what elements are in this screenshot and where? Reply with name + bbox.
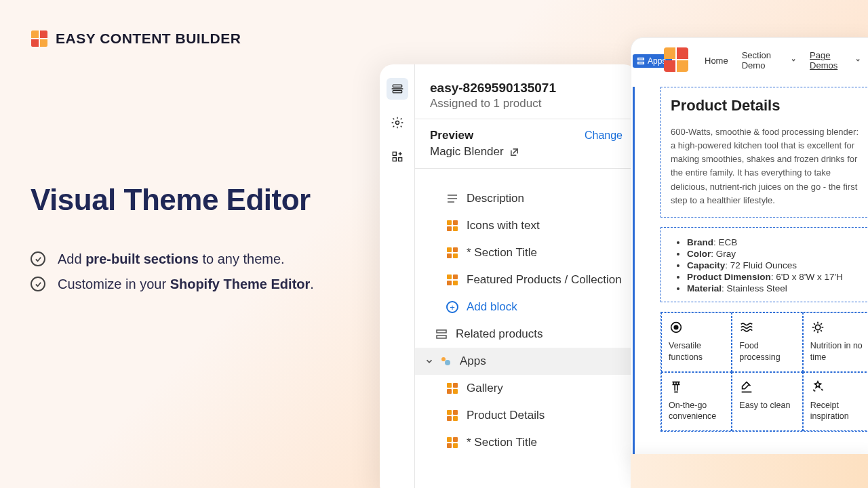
- chevron-down-icon: [855, 57, 861, 64]
- site-logo-icon: [664, 47, 688, 72]
- block-featured-products[interactable]: Featured Products / Collection: [415, 266, 637, 293]
- hero-section: Visual Theme Editor Add pre-built sectio…: [31, 183, 314, 302]
- feature-icon: [739, 320, 754, 335]
- app-block-icon: [447, 247, 458, 258]
- decorative-band: [631, 454, 868, 488]
- feature-icon-cell: Versatile functions: [661, 312, 732, 372]
- external-link-icon: [509, 147, 519, 157]
- svg-point-15: [445, 360, 450, 365]
- nav-page-demos[interactable]: Page Demos: [810, 50, 861, 70]
- editor-header: easy-8269590135071 Assigned to 1 product: [415, 64, 637, 119]
- svg-point-14: [441, 357, 446, 361]
- product-details-description: 600-Watts, smoothie & food processing bl…: [671, 125, 864, 207]
- app-block-icon: [447, 383, 458, 394]
- feature-icon-cell: On-the-go convenience: [661, 372, 732, 432]
- svg-rect-1: [393, 91, 401, 93]
- svg-rect-4: [393, 152, 396, 155]
- block-icons-text[interactable]: Icons with text: [415, 212, 637, 239]
- feature-item: Customize in your Shopify Theme Editor.: [31, 277, 314, 292]
- editor-body: easy-8269590135071 Assigned to 1 product…: [415, 64, 637, 488]
- spec-list: Brand: ECBColor: GrayCapacity: 72 Fluid …: [671, 237, 864, 293]
- feature-label: Receipt inspiration: [810, 400, 866, 423]
- feature-icon-cell: Nutrition in no time: [803, 312, 868, 372]
- change-preview-link[interactable]: Change: [585, 129, 623, 142]
- svg-rect-6: [398, 158, 401, 161]
- block-section-title[interactable]: * Section Title: [415, 239, 637, 266]
- template-assigned: Assigned to 1 product: [430, 97, 623, 110]
- section-apps[interactable]: Apps: [415, 348, 637, 375]
- block-gallery[interactable]: Gallery: [415, 375, 637, 402]
- feature-icon: [669, 320, 684, 335]
- svg-rect-13: [437, 336, 446, 338]
- preview-label: Preview: [430, 129, 473, 142]
- feature-icon: [739, 380, 754, 394]
- logo-mark-icon: [31, 30, 47, 47]
- chevron-down-icon: [425, 357, 434, 366]
- svg-rect-5: [393, 158, 396, 161]
- spec-item: Color: Gray: [687, 249, 864, 259]
- feature-text: Customize in your Shopify Theme Editor.: [58, 277, 314, 292]
- block-description[interactable]: Description: [415, 185, 637, 212]
- svg-rect-0: [393, 85, 401, 87]
- sections-tab[interactable]: [387, 78, 408, 100]
- brand-name: EASY CONTENT BUILDER: [56, 30, 241, 47]
- template-name: easy-8269590135071: [430, 81, 623, 96]
- app-block-icon: [447, 437, 458, 448]
- add-block-button[interactable]: + Add block: [415, 293, 637, 321]
- nav-section-demo[interactable]: Section Demo: [742, 50, 796, 70]
- feature-label: Easy to clean: [739, 400, 795, 411]
- product-specs-block[interactable]: Brand: ECBColor: GrayCapacity: 72 Fluid …: [660, 227, 868, 302]
- app-block-icon: [447, 274, 458, 285]
- feature-list: Add pre-built sections to any theme. Cus…: [31, 251, 314, 292]
- svg-point-19: [674, 325, 678, 329]
- app-block-icon: [447, 220, 458, 231]
- feature-icon: [669, 380, 684, 394]
- icon-features-block[interactable]: Versatile functionsFood processingNutrit…: [660, 312, 868, 432]
- feature-icon-cell: Receipt inspiration: [803, 372, 868, 432]
- preview-product[interactable]: Magic Blender: [430, 145, 623, 159]
- feature-label: On-the-go convenience: [669, 400, 724, 423]
- preview-row: Preview Change Magic Blender: [415, 119, 637, 169]
- feature-icon-cell: Food processing: [732, 312, 802, 372]
- lines-icon: [446, 192, 458, 205]
- spec-item: Material: Stainless Steel: [687, 283, 864, 293]
- feature-icon: [810, 380, 825, 394]
- feature-label: Food processing: [739, 340, 795, 363]
- check-icon: [31, 277, 45, 291]
- settings-tab[interactable]: [387, 112, 408, 134]
- app-block-icon: [447, 410, 458, 421]
- svg-rect-16: [638, 58, 644, 60]
- spec-item: Brand: ECB: [687, 237, 864, 247]
- feature-label: Versatile functions: [669, 340, 724, 363]
- selected-apps-region: Product Details 600-Watts, smoothie & fo…: [633, 87, 868, 458]
- feature-label: Nutrition in no time: [810, 340, 866, 363]
- svg-point-20: [815, 325, 820, 329]
- feature-text: Add pre-built sections to any theme.: [58, 251, 285, 267]
- spec-item: Product Dimension: 6'D x 8'W x 17'H: [687, 272, 864, 282]
- feature-icon-cell: Easy to clean: [732, 372, 802, 432]
- plus-circle-icon: +: [446, 301, 458, 313]
- block-section-title-2[interactable]: * Section Title: [415, 429, 637, 456]
- svg-rect-12: [437, 330, 446, 333]
- gear-icon: [391, 116, 404, 129]
- nav-home[interactable]: Home: [705, 56, 728, 66]
- theme-editor-panel: easy-8269590135071 Assigned to 1 product…: [380, 64, 637, 488]
- svg-rect-17: [638, 62, 644, 64]
- site-preview-window: Apps Home Section Demo Page Demos Produc…: [631, 37, 868, 458]
- check-icon: [31, 251, 45, 266]
- apps-tab[interactable]: [387, 146, 408, 167]
- section-icon: [435, 328, 448, 340]
- editor-rail: [380, 64, 415, 488]
- sections-list: Description Icons with text * Section Ti…: [415, 169, 637, 488]
- svg-point-3: [395, 121, 399, 125]
- hero-title: Visual Theme Editor: [31, 183, 314, 218]
- feature-item: Add pre-built sections to any theme.: [31, 251, 314, 267]
- product-details-title: Product Details: [671, 97, 864, 115]
- block-product-details[interactable]: Product Details: [415, 402, 637, 429]
- brand-logo: EASY CONTENT BUILDER: [31, 30, 241, 47]
- chevron-down-icon: [791, 57, 796, 64]
- product-details-block[interactable]: Product Details 600-Watts, smoothie & fo…: [660, 87, 868, 218]
- section-related-products[interactable]: Related products: [415, 321, 637, 348]
- grid-plus-icon: [391, 150, 404, 163]
- spec-item: Capacity: 72 Fluid Ounces: [687, 260, 864, 270]
